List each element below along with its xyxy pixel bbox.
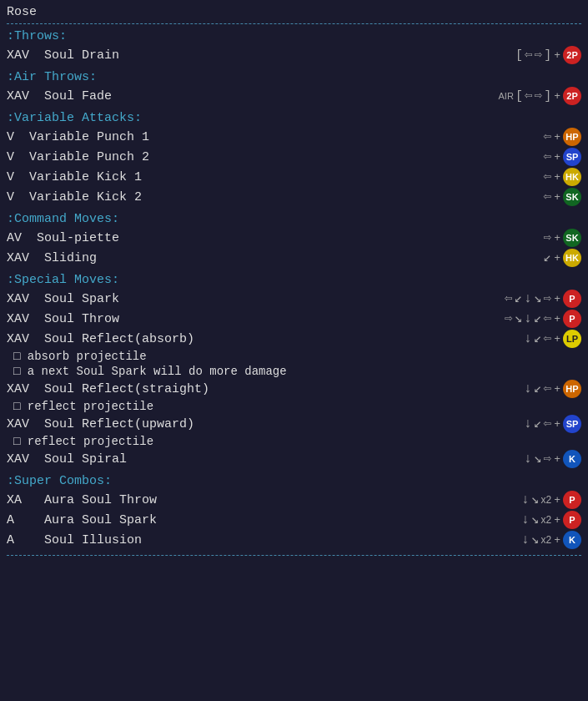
a3: ⇦ (544, 417, 552, 431)
a2: ↙ (534, 382, 542, 396)
button-hp: HP (563, 128, 581, 146)
a1: ↓ (521, 533, 530, 547)
inputs: ↓ ↙ ⇦ + HP (524, 380, 581, 398)
a3: ↓ (524, 292, 532, 305)
a5: ⇦ (544, 312, 552, 325)
a1: ↓ (524, 417, 532, 431)
inputs: ⇨ ↘ ↓ ↙ ⇦ + P (505, 310, 581, 328)
a2: ↘ (531, 493, 540, 507)
inputs: AIR [ ⇦ ⇨ ] + 2P (499, 87, 581, 105)
section-command: :Command Moves: AV Soul-piette ⇨ + SK XA… (7, 212, 581, 268)
button-p: P (563, 491, 581, 509)
arrow-left: ⇦ (544, 150, 552, 164)
plus: + (554, 293, 560, 305)
section-header-throws: :Throws: (7, 29, 581, 43)
x2: x2 (541, 494, 552, 506)
inputs: ⇦ + SK (544, 188, 581, 206)
a3: ⇦ (544, 382, 552, 396)
move-name: A Soul Illusion (7, 533, 142, 547)
arrow-fwd: ⇨ (544, 231, 552, 245)
plus: + (554, 232, 560, 245)
move-name: V Variable Kick 1 (7, 170, 142, 184)
button-k: K (563, 450, 581, 468)
note-row: □ a next Soul Spark will do more damage (7, 364, 581, 379)
section-header-special: :Special Moves: (7, 273, 581, 287)
section-throws: :Throws: XAV Soul Drain [ ⇦ ⇨ ] + 2P (7, 29, 581, 65)
arrow-left: ⇦ (525, 48, 533, 62)
section-super: :Super Combos: XA Aura Soul Throw ↓ ↘ x2… (7, 474, 581, 550)
a2: ↙ (515, 292, 523, 305)
plus: + (554, 313, 560, 325)
note-row: □ absorb projectile (7, 349, 581, 364)
move-row: XAV Soul Fade AIR [ ⇦ ⇨ ] + 2P (7, 86, 581, 106)
move-row: A Aura Soul Spark ↓ ↘ x2 + P (7, 510, 581, 530)
a4: ↙ (534, 312, 542, 325)
a1: ↓ (524, 332, 532, 345)
inputs: ↓ ↙ ⇦ + LP (524, 330, 581, 348)
plus: + (554, 191, 560, 204)
arrow-diag: ↙ (544, 251, 552, 265)
plus: + (554, 494, 560, 507)
a2: ↙ (534, 332, 542, 345)
arrow-left: ⇦ (544, 190, 552, 204)
plus: + (554, 151, 560, 164)
inputs: ↓ ↘ ⇨ + K (524, 450, 581, 468)
move-row: XA Aura Soul Throw ↓ ↘ x2 + P (7, 490, 581, 510)
plus: + (554, 49, 560, 62)
move-row: XAV Sliding ↙ + HK (7, 248, 581, 268)
section-header-air-throws: :Air Throws: (7, 70, 581, 84)
a5: ⇨ (544, 292, 552, 305)
move-row: V Variable Kick 2 ⇦ + SK (7, 187, 581, 207)
move-row: V Variable Punch 1 ⇦ + HP (7, 127, 581, 147)
move-name: XAV Soul Reflect(straight) (7, 382, 209, 396)
inputs: ↙ + HK (544, 249, 581, 267)
plus: + (554, 252, 560, 265)
note-row: □ reflect projectile (7, 434, 581, 449)
button-hp: HP (563, 380, 581, 398)
a1: ↓ (524, 452, 532, 466)
a1: ↓ (521, 493, 530, 507)
move-name: XAV Soul Drain (7, 48, 119, 63)
section-header-variable: :Variable Attacks: (7, 111, 581, 125)
plus: + (554, 171, 560, 184)
inputs: ⇦ + HK (544, 168, 581, 186)
move-name: XAV Soul Spark (7, 292, 119, 306)
button-sk: SK (563, 188, 581, 206)
x2: x2 (541, 534, 552, 546)
bracket-open: [ (515, 89, 523, 103)
section-variable: :Variable Attacks: V Variable Punch 1 ⇦ … (7, 111, 581, 207)
move-name: XAV Soul Reflect(absorb) (7, 332, 194, 346)
a3: ⇦ (544, 332, 552, 345)
button-k: K (563, 531, 581, 549)
move-name: V Variable Punch 1 (7, 130, 149, 144)
button-sp: SP (563, 415, 581, 433)
arrow-left: ⇦ (544, 130, 552, 144)
top-divider (7, 23, 581, 24)
plus: + (554, 333, 560, 345)
a1: ⇦ (505, 292, 513, 305)
arrow-left: ⇦ (544, 170, 552, 184)
move-row: V Variable Punch 2 ⇦ + SP (7, 147, 581, 167)
inputs: ↓ ↙ ⇦ + SP (524, 415, 581, 433)
inputs: ⇦ + SP (544, 148, 581, 166)
x2: x2 (541, 514, 552, 526)
move-row: XAV Soul Spiral ↓ ↘ ⇨ + K (7, 449, 581, 469)
move-name: XAV Soul Throw (7, 312, 119, 326)
a2: ↘ (531, 513, 540, 527)
button-hk: HK (563, 249, 581, 267)
button-2p: 2P (563, 46, 581, 64)
button-sp: SP (563, 148, 581, 166)
bracket-open: [ (515, 48, 523, 63)
move-row: AV Soul-piette ⇨ + SK (7, 228, 581, 248)
plus: + (554, 383, 560, 396)
button-p: P (563, 511, 581, 529)
move-row: XAV Soul Spark ⇦ ↙ ↓ ↘ ⇨ + P (7, 289, 581, 309)
move-name: V Variable Punch 2 (7, 150, 149, 164)
section-special: :Special Moves: XAV Soul Spark ⇦ ↙ ↓ ↘ ⇨… (7, 273, 581, 469)
a2: ↘ (534, 452, 542, 466)
inputs: [ ⇦ ⇨ ] + 2P (515, 46, 581, 64)
inputs: ⇨ + SK (544, 229, 581, 247)
air-label: AIR (499, 91, 514, 101)
button-2p: 2P (563, 87, 581, 105)
a2: ↘ (515, 312, 523, 325)
